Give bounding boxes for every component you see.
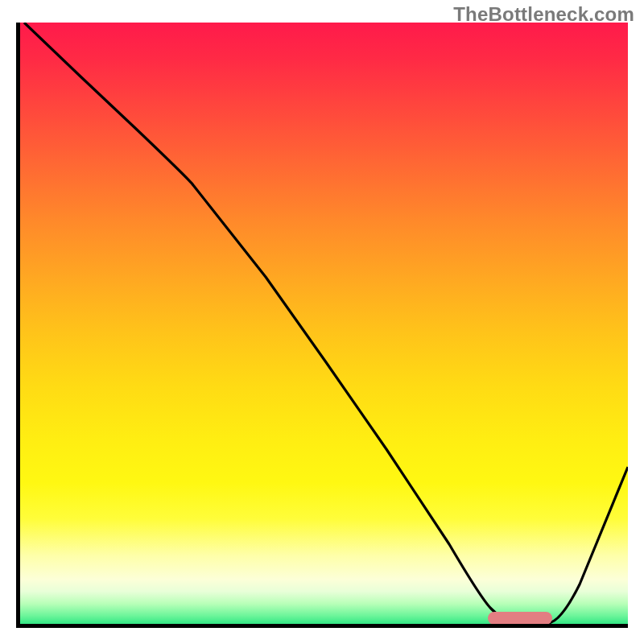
- curve-svg: [16, 23, 628, 628]
- chart-container: TheBottleneck.com: [0, 0, 644, 644]
- optimal-range-marker: [488, 612, 552, 625]
- bottleneck-curve: [24, 23, 628, 623]
- plot-area: [16, 23, 628, 628]
